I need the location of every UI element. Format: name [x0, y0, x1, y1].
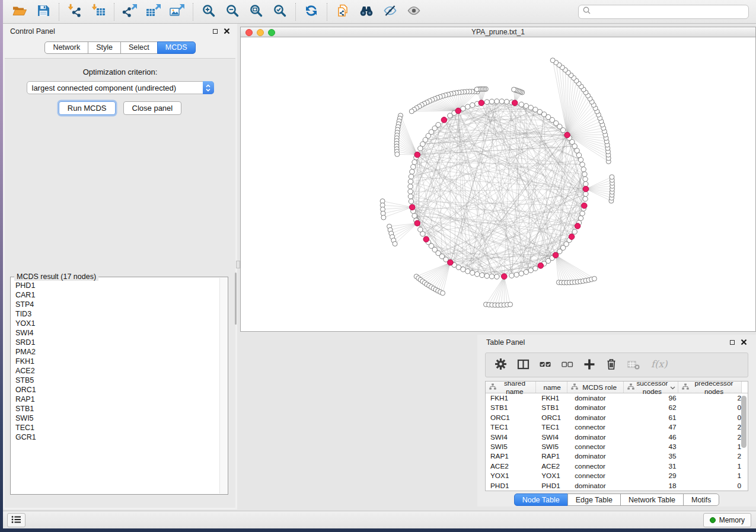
table-cell[interactable]: 0 — [682, 481, 748, 491]
table-cell[interactable]: 2 — [682, 422, 748, 432]
network-leaf-node[interactable] — [508, 302, 513, 307]
network-leaf-node[interactable] — [441, 291, 445, 296]
float-panel-icon[interactable] — [213, 29, 218, 34]
table-cell[interactable]: dominator — [569, 413, 626, 422]
table-cell[interactable]: 1 — [682, 442, 748, 451]
close-panel-icon[interactable] — [741, 337, 747, 348]
search-network-button[interactable] — [355, 2, 378, 21]
table-cell[interactable]: 1 — [682, 462, 748, 471]
table-cell[interactable]: ACE2 — [537, 462, 569, 471]
network-leaf-node[interactable] — [393, 242, 397, 246]
network-node[interactable] — [410, 169, 414, 174]
table-cell[interactable]: 96 — [626, 393, 682, 403]
network-node[interactable] — [448, 113, 452, 118]
table-cell[interactable]: YOX1 — [537, 471, 569, 480]
table-cell[interactable]: TEC1 — [537, 422, 569, 432]
function-builder-button[interactable]: f(x) — [650, 358, 671, 373]
network-node[interactable] — [528, 105, 533, 110]
network-node[interactable] — [412, 213, 417, 218]
table-cell[interactable]: 2 — [682, 432, 748, 442]
network-hub-node[interactable] — [569, 234, 575, 240]
table-row[interactable]: STB1STB1dominator620 — [486, 403, 748, 412]
mcds-result-scrollbar[interactable] — [219, 278, 227, 493]
hide-network-button[interactable] — [378, 2, 402, 21]
table-row[interactable]: ACE2ACE2connector311 — [486, 462, 748, 471]
panel-splitter-handle[interactable] — [236, 261, 240, 268]
table-cell[interactable]: TEC1 — [486, 422, 537, 432]
network-node[interactable] — [576, 153, 581, 158]
mcds-result-item[interactable]: RAP1 — [15, 395, 227, 404]
network-node[interactable] — [578, 216, 583, 220]
table-cell[interactable]: 2 — [682, 393, 748, 403]
network-hub-node[interactable] — [414, 152, 420, 158]
import-table-button[interactable] — [87, 2, 110, 21]
table-row[interactable]: RAP1RAP1dominator352 — [486, 451, 748, 461]
mcds-result-item[interactable]: ACE2 — [15, 366, 227, 376]
export-table-button[interactable] — [142, 2, 165, 21]
network-hub-node[interactable] — [564, 132, 570, 138]
table-row[interactable]: SWI5SWI5connector431 — [486, 442, 748, 451]
network-leaf-node[interactable] — [381, 215, 386, 220]
table-cell[interactable]: 31 — [626, 462, 682, 471]
table-cell[interactable]: dominator — [569, 481, 626, 491]
mcds-result-item[interactable]: FKH1 — [15, 357, 227, 366]
zoom-in-button[interactable] — [197, 2, 221, 21]
tab-network-table[interactable]: Network Table — [620, 493, 684, 506]
network-leaf-node[interactable] — [409, 109, 414, 114]
network-leaf-node[interactable] — [610, 175, 614, 180]
table-cell[interactable]: 46 — [626, 432, 682, 442]
table-cell[interactable]: dominator — [569, 432, 626, 442]
mcds-result-item[interactable]: TID3 — [15, 309, 227, 319]
mcds-result-item[interactable]: TEC1 — [15, 423, 227, 432]
run-mcds-button[interactable]: Run MCDS — [59, 101, 116, 115]
save-session-button[interactable] — [31, 2, 55, 21]
table-cell[interactable]: dominator — [569, 403, 626, 412]
show-columns-button[interactable] — [517, 358, 529, 372]
zoom-out-button[interactable] — [221, 2, 244, 21]
mcds-result-item[interactable]: STP4 — [15, 300, 227, 309]
control-panel-scrollbar[interactable] — [235, 273, 237, 325]
network-hub-node[interactable] — [409, 204, 415, 210]
network-node[interactable] — [412, 160, 417, 165]
open-file-button[interactable] — [8, 2, 31, 21]
table-cell[interactable]: YOX1 — [486, 471, 537, 480]
network-node[interactable] — [470, 102, 475, 107]
tab-network[interactable]: Network — [44, 41, 88, 54]
network-node[interactable] — [572, 229, 577, 234]
float-panel-icon[interactable] — [730, 340, 735, 345]
mcds-result-item[interactable]: YOX1 — [15, 319, 227, 328]
mcds-result-item[interactable]: SWI4 — [15, 328, 227, 338]
network-node[interactable] — [480, 273, 484, 277]
network-hub-node[interactable] — [582, 203, 588, 209]
table-row[interactable]: ORC1ORC1dominator610 — [486, 413, 748, 422]
table-cell[interactable]: 47 — [626, 422, 682, 432]
column-header-predecessor-nodes[interactable]: predecessor nodes — [678, 382, 742, 393]
table-cell[interactable]: dominator — [569, 393, 626, 403]
network-node[interactable] — [582, 172, 587, 177]
network-node[interactable] — [495, 99, 499, 104]
add-column-button[interactable] — [583, 358, 595, 372]
network-hub-node[interactable] — [512, 100, 518, 106]
table-cell[interactable]: SWI4 — [486, 432, 537, 442]
search-input[interactable] — [592, 6, 748, 18]
table-cell[interactable]: ORC1 — [537, 413, 569, 422]
network-node[interactable] — [465, 104, 470, 109]
network-node[interactable] — [519, 102, 524, 107]
network-node[interactable] — [418, 146, 423, 150]
mcds-result-item[interactable]: STB1 — [15, 404, 227, 414]
network-node[interactable] — [409, 174, 413, 179]
network-node[interactable] — [581, 167, 586, 172]
network-node[interactable] — [461, 267, 465, 272]
network-node[interactable] — [504, 100, 509, 104]
network-node[interactable] — [409, 199, 413, 204]
network-node[interactable] — [489, 274, 494, 278]
table-cell[interactable]: STB1 — [486, 403, 537, 412]
mcds-result-item[interactable]: SRD1 — [15, 338, 227, 347]
network-node[interactable] — [583, 177, 588, 181]
network-node[interactable] — [411, 165, 416, 169]
table-cell[interactable]: STB1 — [537, 403, 569, 412]
network-hub-node[interactable] — [448, 259, 454, 265]
network-node[interactable] — [524, 104, 528, 108]
table-cell[interactable]: PHD1 — [537, 481, 569, 491]
network-node[interactable] — [528, 268, 533, 273]
